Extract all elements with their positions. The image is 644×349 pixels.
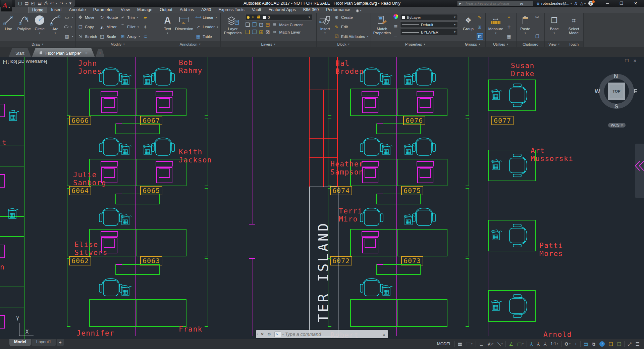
office-chair[interactable] bbox=[509, 224, 527, 247]
cubicle-number[interactable]: 6073 bbox=[401, 256, 423, 265]
office-chair[interactable] bbox=[99, 68, 122, 85]
make-current-button[interactable]: ≣Make Current bbox=[272, 21, 303, 28]
line-button[interactable]: Line bbox=[2, 13, 15, 31]
desk-phone[interactable] bbox=[405, 214, 415, 225]
fillet-button[interactable]: ⌒Fillet▼ bbox=[120, 24, 140, 30]
linear-dimension-button[interactable]: ⟷Linear▼ bbox=[195, 14, 219, 20]
ribbon-display-toggle[interactable]: ◉▾ bbox=[356, 8, 362, 13]
navigation-bar[interactable] bbox=[635, 144, 644, 198]
file-tab-close-icon[interactable]: ✕ bbox=[85, 51, 88, 55]
isometric-drafting-icon[interactable]: ⟍▾ bbox=[496, 340, 504, 348]
viewport-minimize-icon[interactable]: ─ bbox=[618, 58, 621, 63]
storage-cabinet[interactable] bbox=[116, 124, 159, 134]
search-scope-button[interactable]: ▶ bbox=[458, 2, 463, 5]
offset-button[interactable]: ⊂ bbox=[143, 33, 148, 40]
create-block-button[interactable]: ⊕Create bbox=[334, 14, 369, 20]
desk-phone[interactable] bbox=[382, 285, 392, 295]
cubicle-number[interactable]: 6075 bbox=[401, 186, 423, 195]
model-tab[interactable]: Model bbox=[9, 339, 31, 346]
snap-mode-icon[interactable]: ⬚▾ bbox=[465, 340, 474, 348]
explode-button[interactable]: ✳ bbox=[143, 24, 148, 30]
floor-plan-canvas[interactable]: 6066606760646065606260636074607560726073… bbox=[0, 57, 644, 339]
layer-properties-button[interactable]: Layer Properties bbox=[222, 13, 243, 35]
partition-wall[interactable] bbox=[67, 259, 70, 327]
copy-clip-button[interactable]: ❐ bbox=[534, 33, 540, 40]
workstation-monitor[interactable] bbox=[156, 161, 173, 183]
office-chair[interactable] bbox=[99, 279, 122, 296]
customization-icon[interactable]: ☰ bbox=[634, 340, 641, 348]
save-as-icon[interactable]: ⬓ bbox=[38, 0, 42, 7]
partition-wall[interactable] bbox=[466, 259, 469, 327]
polar-tracking-icon[interactable]: ◴▾ bbox=[486, 340, 495, 348]
viewcube-east[interactable]: E bbox=[634, 88, 637, 95]
panel-label-groups[interactable]: Groups▼ bbox=[460, 41, 485, 47]
annotation-autoscale-icon[interactable]: ⅄ bbox=[535, 340, 541, 348]
panel-label-block[interactable]: Block▼ bbox=[317, 41, 371, 47]
id-point-button[interactable]: ✛ bbox=[506, 24, 512, 30]
command-prompt-icon[interactable]: >_ bbox=[274, 332, 281, 337]
open-file-icon[interactable]: ▤ bbox=[24, 0, 29, 7]
scale-button[interactable]: ◱Scale bbox=[99, 33, 118, 40]
edit-attributes-button[interactable]: ☑Edit Attributes▼ bbox=[334, 33, 369, 40]
office-chair[interactable] bbox=[152, 68, 174, 85]
grid-display-icon[interactable]: ▦ bbox=[456, 340, 464, 348]
ribbon-tab-manage[interactable]: Manage bbox=[133, 7, 156, 13]
desk-phone[interactable] bbox=[9, 110, 19, 120]
desk-phone[interactable] bbox=[121, 144, 131, 155]
new-layout-button[interactable]: + bbox=[57, 339, 64, 346]
ribbon-tab-output[interactable]: Output bbox=[156, 7, 176, 13]
annotation-visibility-icon[interactable]: ⅄ bbox=[528, 340, 535, 348]
application-menu-button[interactable]: A ▼ bbox=[1, 0, 12, 11]
workstation-monitor[interactable] bbox=[362, 232, 379, 253]
graphics-performance-icon[interactable]: / bbox=[598, 340, 606, 348]
desk-phone[interactable] bbox=[492, 230, 502, 240]
desk-phone[interactable] bbox=[8, 208, 18, 218]
autosnap-tracking-icon[interactable]: ∠ bbox=[507, 340, 515, 348]
desk-phone[interactable] bbox=[492, 159, 502, 170]
cubicle-number[interactable]: 6066 bbox=[69, 116, 91, 125]
layer-lock-icon[interactable]: ⊟ bbox=[265, 21, 270, 28]
edit-block-button[interactable]: ✎Edit bbox=[334, 24, 369, 30]
file-tab-start[interactable]: Start bbox=[9, 48, 31, 57]
layer-isolate-icon[interactable]: ❏ bbox=[245, 21, 250, 28]
autodesk-360-icon[interactable]: △ ▾ bbox=[580, 1, 586, 6]
paste-button[interactable]: Paste▼ bbox=[518, 13, 532, 35]
restore-button[interactable]: ❐ bbox=[614, 1, 629, 6]
storage-cabinet[interactable] bbox=[377, 264, 420, 275]
quick-select-button[interactable]: ⌖ bbox=[506, 14, 512, 20]
ribbon-tab-view[interactable]: View bbox=[117, 7, 133, 13]
mirror-button[interactable]: ◭Mirror bbox=[99, 24, 118, 30]
layer-thaw-all-icon[interactable]: ⊞ bbox=[259, 29, 263, 35]
quick-calculator-button[interactable]: ▦ bbox=[506, 33, 512, 40]
object-snap-icon[interactable]: ▢▾ bbox=[516, 340, 525, 348]
ribbon-tab-performance[interactable]: Performance bbox=[322, 7, 354, 13]
ucs-icon[interactable]: YX bbox=[16, 316, 34, 336]
workstation-monitor[interactable] bbox=[362, 91, 379, 113]
desk-phone[interactable] bbox=[405, 144, 415, 155]
viewcube-top-face[interactable]: TOP bbox=[608, 83, 625, 100]
ribbon-tab-home[interactable]: Home bbox=[28, 7, 47, 13]
viewport-restore-icon[interactable]: ❐ bbox=[625, 58, 629, 63]
workstation-monitor[interactable] bbox=[417, 91, 434, 113]
office-chair[interactable] bbox=[509, 295, 527, 317]
ungroup-button[interactable]: ✎ bbox=[477, 14, 483, 20]
color-wheel-icon[interactable] bbox=[393, 14, 398, 19]
cubicle-number[interactable]: 6074 bbox=[330, 186, 352, 195]
select-mode-button[interactable]: ⌗ SelectMode bbox=[566, 13, 582, 35]
viewcube-north[interactable]: N bbox=[614, 73, 618, 80]
storage-cabinet[interactable] bbox=[377, 124, 420, 134]
left-partial-monitor[interactable] bbox=[0, 104, 5, 117]
linetype-icon[interactable]: ┄ bbox=[394, 34, 397, 40]
office-chair[interactable] bbox=[509, 84, 527, 107]
signin-user-button[interactable]: ☻ robin.beales@... ▾ bbox=[536, 1, 572, 6]
partition-wall[interactable] bbox=[205, 57, 208, 116]
left-partial-desk[interactable] bbox=[0, 307, 24, 339]
desk-phone[interactable] bbox=[121, 285, 131, 295]
desk-phone[interactable] bbox=[382, 144, 392, 155]
panel-label-annotation[interactable]: Annotation▼ bbox=[160, 41, 220, 47]
move-button[interactable]: ✥Move bbox=[77, 14, 97, 20]
match-layer-button[interactable]: ≋Match Layer bbox=[272, 29, 301, 35]
viewcube[interactable]: N W E S TOP bbox=[598, 72, 635, 110]
linetype-dropdown[interactable]: BYLAYER▼ bbox=[400, 29, 458, 35]
left-partial-desk[interactable] bbox=[0, 237, 24, 287]
